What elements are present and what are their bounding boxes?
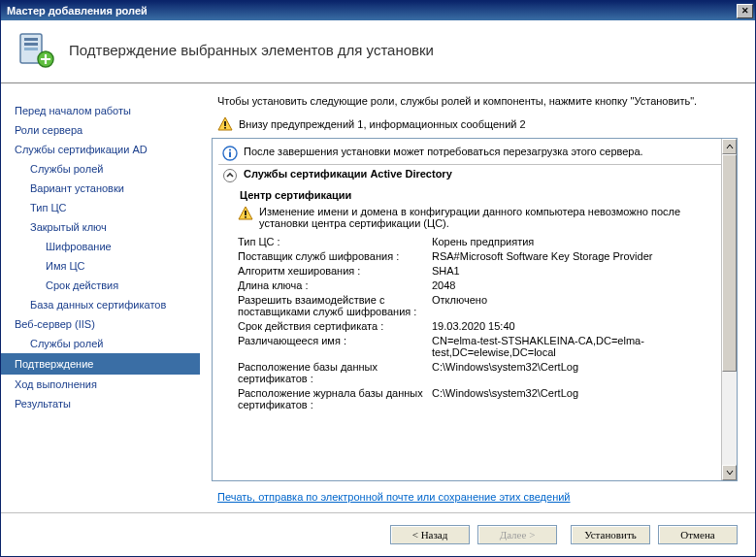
- print-link-row: Печать, отправка по электронной почте ил…: [212, 481, 738, 503]
- scroll-track[interactable]: [722, 154, 737, 465]
- nav-progress[interactable]: Ход выполнения: [1, 375, 200, 394]
- svg-rect-1: [24, 38, 38, 41]
- nav-setup-type[interactable]: Вариант установки: [1, 179, 200, 198]
- nav-cryptography[interactable]: Шифрование: [1, 237, 200, 256]
- main-panel: Чтобы установить следующие роли, службы …: [200, 83, 755, 512]
- kv-row: Тип ЦС :Корень предприятия: [238, 234, 721, 248]
- svg-rect-11: [245, 211, 247, 215]
- role-title: Службы сертификации Active Directory: [244, 168, 452, 180]
- kv-val: CN=elma-test-STSHAKLEINA-CA,DC=elma-test…: [432, 335, 721, 358]
- nav-private-key[interactable]: Закрытый ключ: [1, 217, 200, 237]
- kv-val: 19.03.2020 15:40: [432, 320, 721, 332]
- kv-key: Различающееся имя :: [238, 335, 432, 358]
- install-button[interactable]: Установить: [571, 525, 650, 544]
- kv-val: C:\Windows\system32\CertLog: [432, 361, 721, 384]
- kv-row: Длина ключа :2048: [238, 278, 721, 292]
- close-icon: ✕: [741, 6, 749, 16]
- svg-point-10: [224, 170, 237, 182]
- kv-val: Корень предприятия: [432, 236, 721, 247]
- nav-server-roles[interactable]: Роли сервера: [1, 120, 200, 140]
- nav-iis-role-services[interactable]: Службы ролей: [1, 334, 200, 353]
- info-text: После завершения установки может потребо…: [244, 146, 643, 157]
- kv-key: Срок действия сертификата :: [238, 320, 432, 332]
- footer: < Назад Далее > Установить Отмена: [1, 512, 755, 556]
- kv-row: Срок действия сертификата :19.03.2020 15…: [238, 318, 721, 333]
- kv-row: Расположение журнала базы данных сертифи…: [238, 385, 721, 411]
- server-role-icon: [16, 30, 55, 69]
- kv-table: Тип ЦС :Корень предприятия Поставщик слу…: [218, 232, 737, 411]
- svg-rect-5: [224, 121, 226, 126]
- kv-val: C:\Windows\system32\CertLog: [432, 387, 721, 410]
- header: Подтверждение выбранных элементов для ус…: [1, 20, 755, 83]
- window-title: Мастер добавления ролей: [7, 5, 737, 16]
- kv-val: SHA1: [432, 265, 721, 277]
- summary-warning-row: Внизу предупреждений 1, информационных с…: [217, 116, 738, 132]
- nav-role-services[interactable]: Службы ролей: [1, 159, 200, 179]
- intro-text: Чтобы установить следующие роли, службы …: [212, 95, 738, 107]
- kv-key: Алгоритм хеширования :: [238, 265, 432, 277]
- kv-row: Алгоритм хеширования :SHA1: [238, 263, 721, 278]
- nav-before-you-begin[interactable]: Перед началом работы: [1, 101, 200, 120]
- kv-row: Различающееся имя :CN=elma-test-STSHAKLE…: [238, 333, 721, 359]
- svg-rect-2: [24, 43, 38, 46]
- scroll-down-button[interactable]: [722, 465, 737, 480]
- chevron-down-icon: [726, 469, 734, 476]
- scroll-thumb[interactable]: [722, 154, 737, 372]
- details-box: После завершения установки может потребо…: [212, 138, 738, 481]
- info-icon: [222, 146, 238, 161]
- nav-cert-database[interactable]: База данных сертификатов: [1, 295, 200, 314]
- svg-rect-9: [229, 152, 231, 158]
- next-button: Далее >: [477, 525, 557, 544]
- warning-icon: [217, 116, 233, 132]
- kv-row: Поставщик служб шифрования :RSA#Microsof…: [238, 248, 721, 263]
- kv-val: Отключено: [432, 294, 721, 317]
- nav-adcs[interactable]: Службы сертификации AD: [1, 140, 200, 159]
- role-warning-row: Изменение имени и домена в конфигурации …: [218, 203, 737, 232]
- back-button[interactable]: < Назад: [390, 525, 470, 544]
- scroll-up-button[interactable]: [722, 139, 737, 154]
- close-button[interactable]: ✕: [737, 4, 753, 18]
- section-title: Центр сертификации: [218, 186, 737, 203]
- chevron-up-icon: [726, 143, 734, 150]
- svg-point-8: [229, 148, 231, 150]
- role-heading-row[interactable]: Службы сертификации Active Directory: [218, 165, 737, 186]
- titlebar[interactable]: Мастер добавления ролей ✕: [1, 1, 755, 20]
- svg-rect-3: [24, 48, 38, 50]
- kv-val: RSA#Microsoft Software Key Storage Provi…: [432, 250, 721, 262]
- cancel-button[interactable]: Отмена: [658, 525, 738, 544]
- nav-results[interactable]: Результаты: [1, 394, 200, 413]
- scrollbar[interactable]: [721, 139, 737, 480]
- kv-key: Тип ЦС :: [238, 236, 432, 247]
- warning-icon: [238, 206, 253, 221]
- kv-key: Расположение базы данных сертификатов :: [238, 361, 432, 384]
- summary-warning-text: Внизу предупреждений 1, информационных с…: [239, 118, 526, 130]
- info-row: После завершения установки может потребо…: [218, 143, 721, 165]
- kv-row: Разрешить взаимодействие с поставщиками …: [238, 292, 721, 318]
- kv-key: Разрешить взаимодействие с поставщиками …: [238, 294, 432, 317]
- svg-rect-6: [224, 127, 226, 129]
- role-warning-text: Изменение имени и домена в конфигурации …: [259, 206, 717, 229]
- wizard-window: Мастер добавления ролей ✕ Подтверждение …: [0, 0, 756, 557]
- svg-rect-12: [245, 216, 247, 218]
- page-title: Подтверждение выбранных элементов для ус…: [69, 42, 434, 58]
- nav-validity[interactable]: Срок действия: [1, 276, 200, 295]
- kv-key: Расположение журнала базы данных сертифи…: [238, 387, 432, 410]
- kv-val: 2048: [432, 279, 721, 291]
- kv-key: Поставщик служб шифрования :: [238, 250, 432, 262]
- body: Перед началом работы Роли сервера Службы…: [1, 83, 755, 512]
- kv-key: Длина ключа :: [238, 279, 432, 291]
- nav-ca-name[interactable]: Имя ЦС: [1, 256, 200, 276]
- print-save-link[interactable]: Печать, отправка по электронной почте ил…: [217, 491, 571, 503]
- nav-confirmation[interactable]: Подтверждение: [1, 353, 200, 375]
- kv-row: Расположение базы данных сертификатов :C…: [238, 359, 721, 385]
- nav-ca-type[interactable]: Тип ЦС: [1, 198, 200, 217]
- nav-iis[interactable]: Веб-сервер (IIS): [1, 314, 200, 334]
- sidebar: Перед началом работы Роли сервера Службы…: [1, 83, 200, 512]
- collapse-icon: [222, 168, 238, 183]
